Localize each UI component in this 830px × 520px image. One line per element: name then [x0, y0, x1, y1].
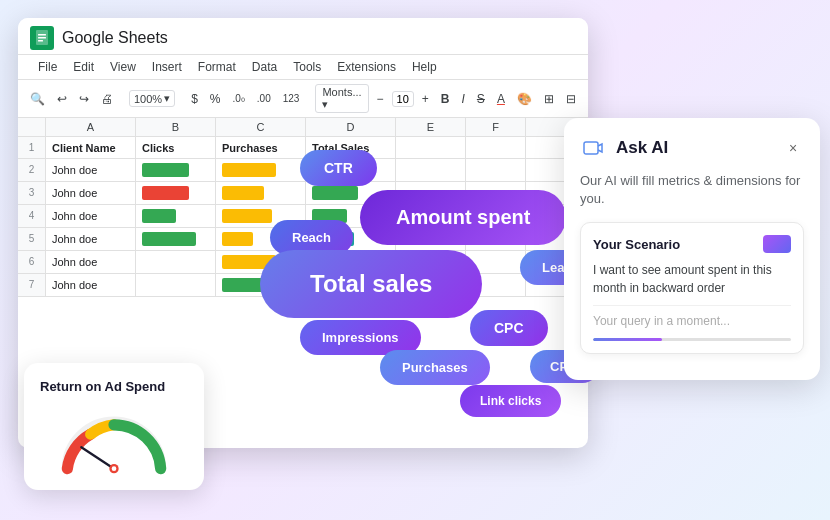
cell-a5[interactable]: John doe [46, 228, 136, 250]
row-num-2: 2 [18, 159, 46, 181]
menu-extensions[interactable]: Extensions [329, 57, 404, 77]
ask-ai-panel: Ask AI × Our AI will fill metrics & dime… [564, 118, 820, 380]
cell-a4[interactable]: John doe [46, 205, 136, 227]
cell-b2 [136, 159, 216, 181]
query-progress-bar [593, 338, 791, 341]
pill-purchases[interactable]: Purchases [380, 350, 490, 385]
pill-ctr[interactable]: CTR [300, 150, 377, 186]
scenario-title: Your Scenario [593, 237, 680, 252]
bold-button[interactable]: B [437, 90, 454, 108]
currency-btn[interactable]: $ [187, 90, 202, 108]
cell-b5 [136, 228, 216, 250]
ask-ai-header: Ask AI × [580, 134, 804, 162]
menu-bar: File Edit View Insert Format Data Tools … [18, 55, 588, 80]
cell-a6[interactable]: John doe [46, 251, 136, 273]
merge-button[interactable]: ⊟ [562, 90, 580, 108]
svg-line-5 [81, 447, 114, 468]
format-123[interactable]: 123 [279, 91, 304, 106]
progress-fill [593, 338, 662, 341]
svg-rect-3 [38, 40, 43, 42]
cell-b6 [136, 251, 216, 273]
menu-tools[interactable]: Tools [285, 57, 329, 77]
col-header-d[interactable]: D [306, 118, 396, 136]
header-client-name[interactable]: Client Name [46, 137, 136, 158]
col-header-c[interactable]: C [216, 118, 306, 136]
menu-format[interactable]: Format [190, 57, 244, 77]
corner-cell [18, 118, 46, 136]
pill-cpc[interactable]: CPC [470, 310, 548, 346]
sheets-icon [30, 26, 54, 50]
scenario-text: I want to see amount spent in this month… [593, 261, 791, 297]
percent-btn[interactable]: % [206, 90, 225, 108]
italic-button[interactable]: I [458, 90, 469, 108]
svg-rect-4 [584, 142, 598, 154]
borders-button[interactable]: ⊞ [540, 90, 558, 108]
scenario-box: Your Scenario I want to see amount spent… [580, 222, 804, 354]
menu-view[interactable]: View [102, 57, 144, 77]
query-placeholder: Your query in a moment... [593, 305, 791, 332]
row-num-6: 6 [18, 251, 46, 273]
font-size-plus[interactable]: + [418, 90, 433, 108]
col-header-f[interactable]: F [466, 118, 526, 136]
decimal-btn: .0₀ [229, 91, 249, 106]
cell-a3[interactable]: John doe [46, 182, 136, 204]
ask-ai-title: Ask AI [616, 138, 668, 158]
cell-a7[interactable]: John doe [46, 274, 136, 296]
svg-point-7 [112, 466, 117, 471]
roas-card: Return on Ad Spend [24, 363, 204, 490]
pills-container: CTR Reach Amount spent Total sales Leads… [240, 150, 620, 430]
ask-ai-icon [580, 134, 608, 162]
decimal-btn2: .00 [253, 91, 275, 106]
font-size-minus[interactable]: − [373, 90, 388, 108]
title-bar: Google Sheets [18, 18, 588, 55]
pill-total-sales[interactable]: Total sales [260, 250, 482, 318]
menu-help[interactable]: Help [404, 57, 445, 77]
column-header-row: A B C D E F [18, 118, 588, 137]
redo-button[interactable]: ↪ [75, 90, 93, 108]
app-title: Google Sheets [62, 29, 168, 47]
menu-data[interactable]: Data [244, 57, 285, 77]
font-size-control[interactable]: 10 [392, 91, 414, 107]
scenario-icon [763, 235, 791, 253]
pill-link-clicks[interactable]: Link clicks [460, 385, 561, 417]
font-selector[interactable]: Monts... ▾ [315, 84, 368, 113]
zoom-selector[interactable]: 100% ▾ [129, 90, 175, 107]
row-num-3: 3 [18, 182, 46, 204]
search-button[interactable]: 🔍 [26, 90, 49, 108]
col-header-e[interactable]: E [396, 118, 466, 136]
col-header-b[interactable]: B [136, 118, 216, 136]
strikethrough-button[interactable]: S [473, 90, 489, 108]
row-num-5: 5 [18, 228, 46, 250]
menu-edit[interactable]: Edit [65, 57, 102, 77]
print-button[interactable]: 🖨 [97, 90, 117, 108]
col-header-a[interactable]: A [46, 118, 136, 136]
roas-title: Return on Ad Spend [40, 379, 188, 394]
cell-b7 [136, 274, 216, 296]
align-button[interactable]: ≡ [584, 90, 588, 108]
ask-ai-subtitle: Our AI will fill metrics & dimensions fo… [580, 172, 804, 208]
cell-b4 [136, 205, 216, 227]
scenario-header: Your Scenario [593, 235, 791, 253]
row-num-1: 1 [18, 137, 46, 158]
row-num-7: 7 [18, 274, 46, 296]
menu-file[interactable]: File [30, 57, 65, 77]
menu-insert[interactable]: Insert [144, 57, 190, 77]
highlight-button[interactable]: 🎨 [513, 90, 536, 108]
ask-ai-title-row: Ask AI [580, 134, 668, 162]
toolbar: 🔍 ↩ ↪ 🖨 100% ▾ $ % .0₀ .00 123 Monts... … [18, 80, 588, 118]
pill-amount-spent[interactable]: Amount spent [360, 190, 566, 245]
header-clicks[interactable]: Clicks [136, 137, 216, 158]
cell-b3 [136, 182, 216, 204]
font-color-button[interactable]: A [493, 90, 509, 108]
svg-rect-1 [38, 34, 46, 36]
row-num-4: 4 [18, 205, 46, 227]
svg-rect-2 [38, 37, 46, 39]
cell-a2[interactable]: John doe [46, 159, 136, 181]
gauge-container [40, 408, 188, 478]
undo-button[interactable]: ↩ [53, 90, 71, 108]
close-button[interactable]: × [782, 137, 804, 159]
gauge-chart [49, 408, 179, 478]
